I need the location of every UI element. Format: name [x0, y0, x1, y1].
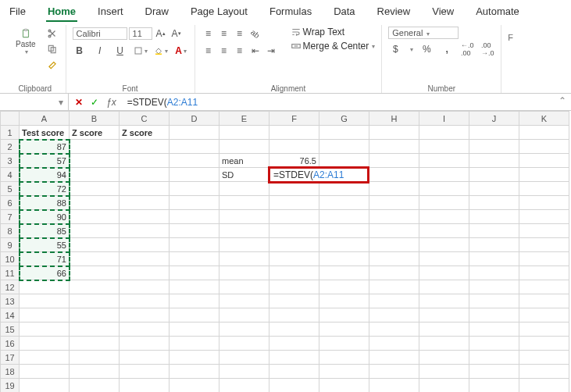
cell[interactable]	[319, 252, 369, 266]
cell[interactable]	[170, 337, 219, 351]
cell[interactable]	[170, 351, 219, 365]
cell[interactable]	[219, 140, 269, 154]
cell[interactable]	[70, 140, 120, 154]
name-box[interactable]: ▾	[0, 94, 69, 110]
number-format-select[interactable]: General ▾	[388, 27, 459, 39]
italic-button[interactable]: I	[93, 44, 107, 58]
cell[interactable]	[20, 294, 70, 308]
cell[interactable]	[319, 126, 369, 140]
tab-file[interactable]: File	[8, 2, 27, 22]
cell[interactable]	[419, 224, 469, 238]
cell[interactable]	[120, 365, 170, 379]
cell[interactable]	[170, 154, 219, 168]
active-cell[interactable]: =STDEV(A2:A11	[269, 168, 319, 182]
cell[interactable]: 94	[20, 168, 70, 182]
tab-insert[interactable]: Insert	[96, 2, 125, 22]
row-header[interactable]: 4	[1, 168, 20, 182]
col-header[interactable]: C	[120, 112, 170, 126]
increase-decimal-button[interactable]: ←.0.00	[460, 42, 474, 56]
cell[interactable]	[369, 238, 419, 252]
cell[interactable]	[319, 154, 369, 168]
cell[interactable]	[369, 351, 419, 365]
cell[interactable]: Z score	[70, 126, 120, 140]
cell[interactable]	[269, 140, 319, 154]
cell[interactable]	[419, 210, 469, 224]
cell[interactable]	[519, 196, 569, 210]
font-name-select[interactable]	[73, 27, 127, 40]
col-header[interactable]: I	[419, 112, 469, 126]
cell[interactable]	[519, 323, 569, 337]
cell[interactable]	[519, 294, 569, 308]
cell[interactable]	[70, 379, 120, 393]
cell[interactable]	[219, 266, 269, 280]
cell[interactable]	[70, 365, 120, 379]
fx-icon[interactable]: ƒx	[106, 97, 116, 108]
cell[interactable]	[369, 182, 419, 196]
cell[interactable]	[120, 154, 170, 168]
cell[interactable]: SD	[219, 168, 269, 182]
cell[interactable]	[369, 154, 419, 168]
cell[interactable]	[120, 308, 170, 323]
col-header[interactable]: J	[469, 112, 519, 126]
cell[interactable]	[70, 294, 120, 308]
cell[interactable]	[519, 280, 569, 294]
cell[interactable]	[419, 238, 469, 252]
cell[interactable]	[419, 154, 469, 168]
cell[interactable]	[269, 210, 319, 224]
decrease-font-button[interactable]: A▾	[170, 27, 184, 41]
wrap-text-button[interactable]: Wrap Text	[291, 27, 376, 37]
cell[interactable]	[20, 337, 70, 351]
enter-formula-button[interactable]: ✓	[91, 97, 98, 108]
cell[interactable]	[170, 323, 219, 337]
cell[interactable]	[70, 351, 120, 365]
cell[interactable]	[70, 196, 120, 210]
col-header[interactable]: G	[319, 112, 369, 126]
cell[interactable]	[219, 280, 269, 294]
align-top-button[interactable]: ≡	[202, 27, 216, 41]
paste-button[interactable]: Paste ▾	[11, 27, 41, 57]
cell[interactable]	[20, 280, 70, 294]
align-right-button[interactable]: ≡	[233, 44, 247, 58]
cell[interactable]	[269, 126, 319, 140]
cell[interactable]	[469, 140, 519, 154]
align-middle-button[interactable]: ≡	[217, 27, 231, 41]
cell[interactable]	[120, 252, 170, 266]
cell[interactable]: 72	[20, 182, 70, 196]
cell[interactable]	[369, 140, 419, 154]
cell[interactable]	[219, 308, 269, 323]
cell[interactable]: 87	[20, 140, 70, 154]
cell[interactable]	[519, 365, 569, 379]
cell[interactable]	[469, 182, 519, 196]
cell[interactable]	[219, 252, 269, 266]
cell[interactable]	[170, 182, 219, 196]
cell[interactable]	[469, 168, 519, 182]
fill-color-button[interactable]: ▾	[154, 44, 168, 58]
cell[interactable]	[519, 351, 569, 365]
cell[interactable]	[170, 140, 219, 154]
underline-button[interactable]: U	[113, 44, 127, 58]
cell[interactable]	[469, 252, 519, 266]
cell[interactable]	[469, 294, 519, 308]
cut-button[interactable]	[45, 27, 59, 41]
cell[interactable]	[419, 323, 469, 337]
cell[interactable]	[170, 365, 219, 379]
col-header[interactable]: A	[20, 112, 70, 126]
cell[interactable]	[519, 379, 569, 393]
cell[interactable]	[369, 379, 419, 393]
cell[interactable]	[469, 323, 519, 337]
cell[interactable]: 76.5	[269, 154, 319, 168]
tab-automate[interactable]: Automate	[474, 2, 521, 22]
cell[interactable]	[269, 238, 319, 252]
cell[interactable]	[170, 379, 219, 393]
cell[interactable]	[120, 224, 170, 238]
row-header[interactable]: 9	[1, 238, 20, 252]
cell[interactable]	[120, 337, 170, 351]
increase-indent-button[interactable]: ⇥	[264, 44, 278, 58]
cell[interactable]	[419, 280, 469, 294]
row-header[interactable]: 7	[1, 210, 20, 224]
row-header[interactable]: 13	[1, 294, 20, 308]
cell[interactable]	[469, 210, 519, 224]
cell[interactable]	[519, 182, 569, 196]
cell[interactable]: 55	[20, 238, 70, 252]
increase-font-button[interactable]: A▴	[154, 27, 168, 41]
